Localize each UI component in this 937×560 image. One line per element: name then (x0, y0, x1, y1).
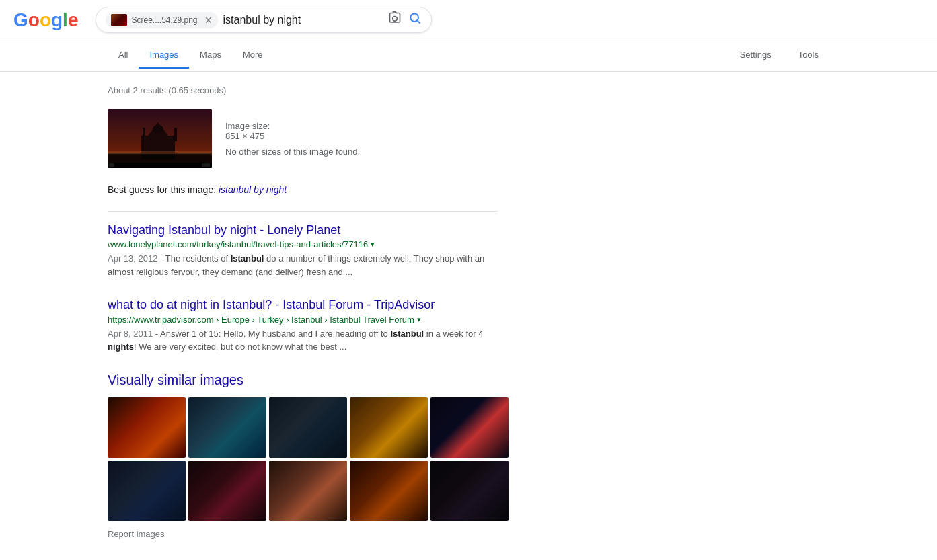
web-result-2: what to do at night in Istanbul? - Istan… (108, 297, 498, 353)
image-dimensions: 851 × 475 (225, 131, 360, 141)
search-submit-button[interactable] (408, 11, 422, 28)
camera-icon[interactable] (388, 11, 402, 28)
result-1-snippet: Apr 13, 2012 - The residents of Istanbul… (108, 252, 498, 278)
svg-rect-13 (202, 163, 210, 167)
divider (108, 211, 498, 212)
svg-rect-9 (108, 153, 212, 168)
search-icon-group (388, 11, 422, 28)
chip-filename: Scree....54.29.png (131, 15, 197, 25)
similar-image-6[interactable] (108, 461, 186, 521)
similar-image-9[interactable] (350, 461, 428, 521)
best-guess: Best guess for this image: istanbul by n… (108, 184, 498, 195)
result-1-url-line: www.lonelyplanet.com/turkey/istanbul/tra… (108, 239, 498, 249)
similar-image-1[interactable] (108, 397, 186, 458)
header: Google Scree....54.29.png ✕ (0, 0, 937, 40)
svg-line-2 (418, 21, 420, 24)
svg-rect-10 (108, 151, 212, 154)
svg-rect-12 (109, 163, 114, 167)
result-2-url: https://www.tripadvisor.com › Europe › T… (108, 315, 414, 325)
visually-similar-header: Visually similar images (108, 372, 498, 388)
svg-point-8 (153, 125, 163, 133)
nav-item-all[interactable]: All (108, 43, 139, 69)
svg-rect-6 (143, 128, 145, 141)
svg-point-1 (411, 13, 419, 22)
nav-item-maps[interactable]: Maps (189, 43, 232, 69)
web-result-1: Navigating Istanbul by night - Lonely Pl… (108, 223, 498, 278)
svg-rect-11 (108, 163, 212, 168)
similar-image-7[interactable] (188, 461, 266, 521)
similar-image-5[interactable] (430, 397, 509, 458)
result-2-url-arrow[interactable]: ▾ (417, 315, 421, 324)
no-other-sizes: No other sizes of this image found. (225, 147, 360, 157)
chip-thumbnail (111, 14, 127, 26)
svg-rect-7 (174, 128, 177, 141)
chip-close-button[interactable]: ✕ (204, 15, 213, 26)
result-2-title[interactable]: what to do at night in Istanbul? - Istan… (108, 298, 435, 311)
result-1-url: www.lonelyplanet.com/turkey/istanbul/tra… (108, 239, 368, 249)
similar-image-3[interactable] (269, 397, 347, 458)
nav-right: Settings Tools (729, 43, 829, 69)
google-logo: Google (13, 9, 78, 31)
visually-similar-section: Visually similar images Report images (108, 372, 498, 539)
nav-item-settings[interactable]: Settings (729, 43, 782, 69)
best-guess-link[interactable]: istanbul by night (219, 184, 287, 195)
similar-image-10[interactable] (430, 461, 509, 521)
nav-item-more[interactable]: More (232, 43, 274, 69)
best-guess-prefix: Best guess for this image: (108, 184, 219, 195)
result-1-title[interactable]: Navigating Istanbul by night - Lonely Pl… (108, 223, 340, 237)
result-image-info: Image size: 851 × 475 No other sizes of … (225, 109, 360, 168)
image-size-label: Image size: (225, 121, 360, 131)
result-image-thumbnail (108, 109, 212, 168)
similar-image-2[interactable] (188, 397, 266, 458)
search-input[interactable] (223, 14, 389, 26)
main-content: About 2 results (0.65 seconds) (0, 72, 605, 553)
similar-images-grid (108, 397, 498, 521)
nav-item-tools[interactable]: Tools (788, 43, 829, 69)
result-1-url-arrow[interactable]: ▾ (371, 240, 375, 249)
svg-point-0 (393, 17, 398, 22)
search-image-chip[interactable]: Scree....54.29.png ✕ (106, 12, 217, 28)
result-stats: About 2 results (0.65 seconds) (108, 85, 498, 95)
nav-bar: All Images Maps More Settings Tools (0, 40, 937, 72)
result-2-url-line: https://www.tripadvisor.com › Europe › T… (108, 315, 498, 325)
search-box: Scree....54.29.png ✕ (96, 7, 432, 33)
similar-image-4[interactable] (350, 397, 428, 458)
nav-item-images[interactable]: Images (139, 43, 189, 69)
image-result-card: Image size: 851 × 475 No other sizes of … (108, 109, 498, 168)
result-2-snippet: Apr 8, 2011 - Answer 1 of 15: Hello, My … (108, 327, 498, 354)
svg-rect-4 (141, 136, 175, 159)
report-images-link[interactable]: Report images (108, 529, 498, 539)
similar-image-8[interactable] (269, 461, 347, 521)
